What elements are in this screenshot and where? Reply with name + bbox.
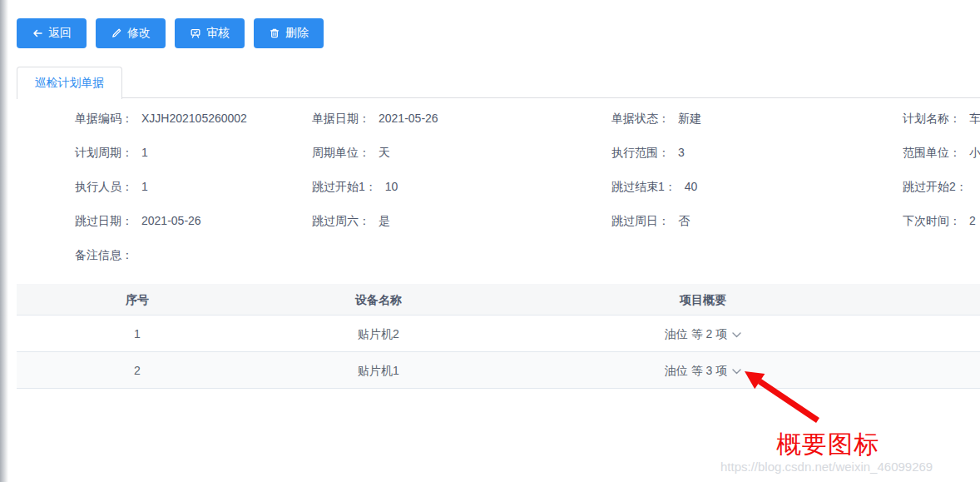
field-label: 跳过周六： [312,214,370,227]
field-skip-end-1: 跳过结束1：40 [611,170,903,204]
field-value: 小 [969,146,980,159]
field-doc-status: 单据状态：新建 [611,102,903,136]
field-label: 单据状态： [611,112,670,125]
field-value: 10 [385,180,398,193]
table-header-seq: 序号 [17,284,258,315]
field-value: 2021-05-26 [141,214,201,227]
tab-bar [17,67,980,98]
pencil-icon [111,27,122,39]
tab-inspection-plan[interactable]: 巡检计划单据 [17,67,122,99]
summary-text: 油位 等 2 项 [665,316,727,351]
back-button-label: 返回 [48,26,72,41]
field-value: 否 [678,214,690,227]
chevron-down-icon [732,332,741,338]
field-remark: 备注信息： [75,238,312,272]
table-header-row: 序号 设备名称 项目概要 [17,284,980,316]
spacer-cell [907,352,980,388]
field-label: 执行范围： [611,146,670,159]
detail-form: 单据编码：XJJH202105260002 单据日期：2021-05-26 单据… [0,102,980,272]
audit-button[interactable]: 审核 [175,18,245,48]
tab-label: 巡检计划单据 [35,76,105,91]
annotation-arrow-icon [732,365,840,431]
field-label: 计划周期： [75,146,133,159]
field-skip-start-1: 跳过开始1：10 [312,170,611,204]
table-row: 1 贴片机2 油位 等 2 项 [17,316,980,352]
field-scope-unit: 范围单位：小 [903,136,980,170]
field-skip-saturday: 跳过周六：是 [312,204,611,238]
audit-button-label: 审核 [206,26,230,41]
field-label: 跳过周日： [611,214,670,227]
table-header-device: 设备名称 [258,284,499,315]
field-label: 跳过结束1： [611,180,676,193]
field-label: 备注信息： [75,248,133,261]
annotation-label: 概要图标 [776,428,879,462]
field-plan-name: 计划名称：车 [903,102,980,136]
field-next-time: 下次时间：2 [903,204,980,238]
field-doc-code: 单据编码：XJJH202105260002 [75,102,312,136]
field-exec-staff: 执行人员：1 [75,170,312,204]
field-exec-scope: 执行范围：3 [611,136,903,170]
trash-icon [269,27,280,39]
spacer-cell [907,316,980,351]
field-label: 周期单位： [312,146,370,159]
field-label: 计划名称： [903,112,961,125]
arrow-left-icon [32,27,43,39]
field-label: 跳过开始1： [312,180,377,193]
seq-cell: 1 [17,316,258,351]
field-value: 新建 [678,112,701,125]
field-value: XJJH202105260002 [141,112,247,125]
field-value: 是 [379,214,390,227]
field-skip-start-2: 跳过开始2： [903,170,980,204]
summary-text: 油位 等 3 项 [665,352,727,388]
field-label: 跳过日期： [75,214,133,227]
summary-cell: 油位 等 2 项 [499,316,907,351]
table-header-summary: 项目概要 [499,284,907,315]
field-label: 下次时间： [903,214,961,227]
field-value: 2021-05-26 [379,112,438,125]
field-value: 天 [379,146,390,159]
summary-toggle[interactable]: 油位 等 2 项 [665,316,741,351]
field-label: 跳过开始2： [903,180,968,193]
toolbar: 返回 修改 审核 删除 [17,18,324,48]
board-check-icon [190,27,201,39]
field-value: 1 [141,180,148,193]
field-label: 范围单位： [903,146,961,159]
field-skip-sunday: 跳过周日：否 [611,204,903,238]
device-cell: 贴片机2 [258,316,499,351]
edit-button[interactable]: 修改 [96,18,166,48]
field-label: 单据编码： [75,112,133,125]
field-value: 1 [141,146,148,159]
field-label: 单据日期： [312,112,370,125]
field-value: 2 [969,214,976,227]
field-plan-cycle: 计划周期：1 [75,136,312,170]
edit-button-label: 修改 [127,26,151,41]
table-header-spacer [907,284,980,315]
field-value: 3 [678,146,685,159]
summary-cell: 油位 等 3 项 [499,352,907,388]
back-button[interactable]: 返回 [17,18,87,48]
delete-button[interactable]: 删除 [254,18,324,48]
field-skip-date: 跳过日期：2021-05-26 [75,204,312,238]
seq-cell: 2 [17,352,258,388]
field-doc-date: 单据日期：2021-05-26 [312,102,611,136]
field-label: 执行人员： [75,180,133,193]
field-cycle-unit: 周期单位：天 [312,136,611,170]
field-value: 40 [685,180,698,193]
summary-toggle[interactable]: 油位 等 3 项 [665,352,741,388]
delete-button-label: 删除 [285,26,309,41]
device-cell: 贴片机1 [258,352,499,388]
field-value: 车 [969,112,980,125]
